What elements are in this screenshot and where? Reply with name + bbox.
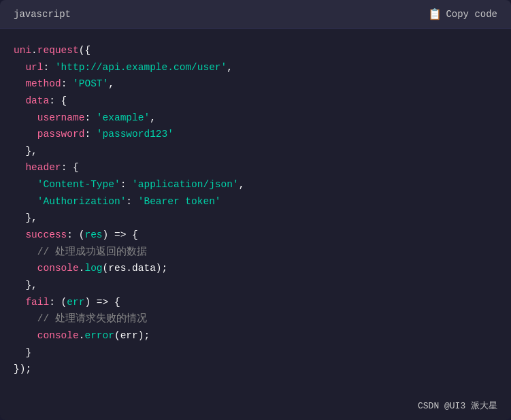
code-line: uni.request({ — [14, 42, 497, 59]
code-line: } — [14, 344, 497, 361]
code-line: success: (res) => { — [14, 227, 497, 244]
code-block: javascript 📋 Copy code uni.request({ url… — [0, 0, 511, 420]
code-line: data: { — [14, 93, 497, 110]
code-line: 'Content-Type': 'application/json', — [14, 176, 497, 193]
code-line: console.error(err); — [14, 327, 497, 344]
code-line: fail: (err) => { — [14, 294, 497, 311]
copy-button[interactable]: 📋 Copy code — [428, 7, 497, 21]
code-line: password: 'password123' — [14, 126, 497, 143]
code-line: }, — [14, 210, 497, 227]
copy-icon: 📋 — [428, 7, 442, 21]
code-line: 'Authorization': 'Bearer token' — [14, 193, 497, 210]
code-line: console.log(res.data); — [14, 260, 497, 277]
code-line: method: 'POST', — [14, 76, 497, 93]
code-line: username: 'example', — [14, 110, 497, 127]
code-line: // 处理成功返回的数据 — [14, 244, 497, 261]
copy-label: Copy code — [446, 9, 497, 20]
code-line: }, — [14, 277, 497, 294]
code-line: header: { — [14, 159, 497, 176]
code-body: uni.request({ url: 'http://api.example.c… — [0, 29, 511, 394]
code-line: }, — [14, 143, 497, 160]
language-label: javascript — [14, 9, 71, 20]
code-line: }); — [14, 361, 497, 378]
code-line: url: 'http://api.example.com/user', — [14, 59, 497, 76]
code-header: javascript 📋 Copy code — [0, 0, 511, 29]
footer-attribution: CSDN @UI3 派大星 — [0, 394, 511, 420]
code-line: // 处理请求失败的情况 — [14, 310, 497, 327]
